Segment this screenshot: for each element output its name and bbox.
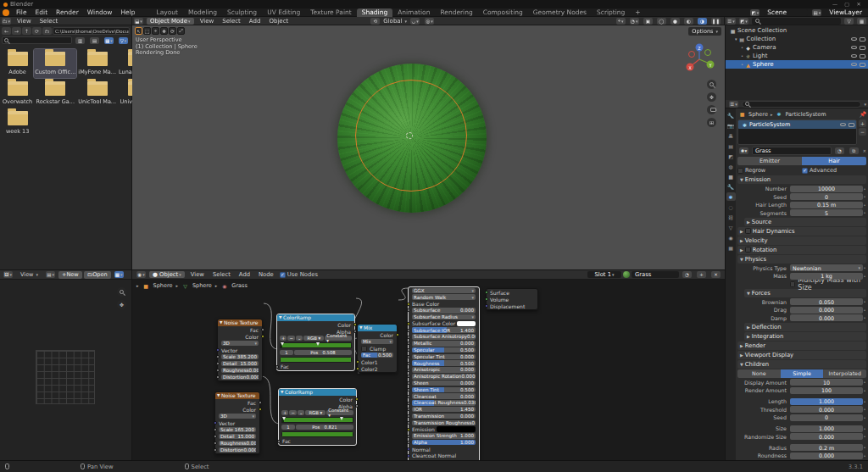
- new-image-button[interactable]: + New: [58, 271, 82, 279]
- menu-help[interactable]: Help: [116, 8, 139, 17]
- forward-button[interactable]: →: [12, 27, 21, 35]
- particle-settings-name-field[interactable]: Grass: [752, 147, 832, 155]
- slider-ior[interactable]: IOR1.450: [412, 407, 476, 413]
- back-button[interactable]: ←: [2, 27, 11, 35]
- stop-position-field[interactable]: Pos 0.821: [296, 425, 353, 430]
- input-socket-volume[interactable]: [485, 297, 488, 301]
- outliner-search[interactable]: [752, 18, 841, 25]
- section-checkbox[interactable]: [745, 228, 751, 234]
- input-socket-sheen-tint[interactable]: [407, 388, 410, 391]
- subsurface-radius-dropdown[interactable]: Subsurface Radius▾: [412, 314, 476, 320]
- blender-menu-icon[interactable]: [3, 9, 9, 16]
- multiply-mass-with-size-checkbox[interactable]: [790, 281, 795, 287]
- animate-dot-icon[interactable]: •: [863, 453, 866, 458]
- properties-tab-0[interactable]: 🔧: [726, 111, 736, 119]
- viewlayer-icon[interactable]: ▤▾: [812, 9, 821, 16]
- ramp-button[interactable]: −: [289, 410, 296, 416]
- properties-tab-2[interactable]: 🖶: [726, 131, 736, 140]
- fb-filter-icon[interactable]: ▽▾: [119, 37, 128, 44]
- expand-icon[interactable]: •: [741, 62, 743, 67]
- breadcrumb-object[interactable]: Sphere: [748, 111, 768, 118]
- input-socket-subsurface-ior[interactable]: [407, 329, 410, 332]
- input-socket-anisotropic[interactable]: [407, 369, 410, 372]
- animate-dot-icon[interactable]: •: [863, 380, 866, 385]
- slider-transmission[interactable]: Transmission0.000: [412, 414, 476, 419]
- node-ramp1[interactable]: ColorRamp▼ColorAlpha+−⌄RGB ▾Constant ▾1P…: [276, 314, 355, 371]
- input-socket-subsurface-color[interactable]: [407, 322, 410, 325]
- particle-system-item[interactable]: ✱ParticleSystem: [738, 120, 856, 129]
- socket[interactable]: [216, 369, 220, 372]
- shading-rendered-icon[interactable]: ◑: [698, 18, 707, 25]
- field-pill-distortion[interactable]: Distortion0.000: [221, 375, 259, 380]
- field-value-brownian[interactable]: 0.050: [790, 298, 863, 305]
- shader-type-dropdown[interactable]: ● Object▾: [149, 271, 185, 278]
- expand-icon[interactable]: •: [741, 45, 743, 50]
- regrow-checkbox[interactable]: [737, 168, 743, 174]
- mode-dropdown[interactable]: Object Mode▾: [147, 18, 194, 25]
- field-value-segments[interactable]: 5: [790, 209, 863, 216]
- particle-settings-icon[interactable]: ✱▾: [739, 147, 748, 154]
- menu-file[interactable]: File: [12, 8, 31, 17]
- shield-icon[interactable]: ◔: [835, 147, 844, 154]
- output-socket-alpha[interactable]: [353, 330, 357, 333]
- output-socket-color[interactable]: [261, 335, 264, 338]
- properties-options-icon[interactable]: ▾: [864, 102, 866, 107]
- menu-render[interactable]: Render: [52, 8, 83, 17]
- color-swatch-emission[interactable]: [437, 426, 476, 432]
- children-tab-simple[interactable]: Simple: [781, 369, 824, 378]
- slider-anisotropic[interactable]: Anisotropic0.000: [412, 367, 476, 373]
- unlink-icon[interactable]: ✕: [863, 148, 866, 153]
- properties-search[interactable]: [742, 101, 861, 108]
- shader-menu-add[interactable]: Add: [235, 270, 254, 279]
- input-socket-base-color[interactable]: [407, 303, 410, 306]
- properties-tab-5[interactable]: ◍: [726, 162, 736, 170]
- field-pill-roughness[interactable]: Roughness0.000: [221, 368, 259, 374]
- field-value-damp[interactable]: 0.000: [790, 314, 863, 321]
- socket[interactable]: [216, 355, 220, 358]
- xray-icon[interactable]: ▣: [643, 18, 653, 25]
- scene-selector[interactable]: Scene: [764, 9, 808, 16]
- input-socket-anisotropic-rotation[interactable]: [407, 375, 410, 378]
- ramp-stop[interactable]: [282, 417, 286, 420]
- hide-viewport-icon[interactable]: [851, 63, 857, 66]
- input-socket-subsurface-anisotropy[interactable]: [407, 336, 410, 339]
- material-preview-icon[interactable]: [623, 271, 630, 278]
- properties-tab-10[interactable]: ⛓: [726, 213, 736, 221]
- section-children[interactable]: ▼Children: [737, 360, 866, 369]
- editor-type-icon[interactable]: ⬓▾: [134, 18, 143, 25]
- move-tool[interactable]: ✥: [160, 27, 168, 35]
- menu-window[interactable]: Window: [83, 8, 117, 17]
- node-mix[interactable]: Mix▼ColorMix▾ ClampFac0.500Color1Color2: [357, 324, 398, 373]
- fake-user-icon[interactable]: ◔: [682, 271, 692, 278]
- interpolation-dropdown[interactable]: Constant ▾: [326, 410, 353, 416]
- section-render[interactable]: ▶Render: [737, 342, 866, 350]
- slider-transmission-roughness[interactable]: Transmission Roughness0.000: [412, 420, 476, 426]
- field-value-number[interactable]: 10000: [790, 186, 863, 192]
- cursor-tool[interactable]: ⌖: [152, 27, 159, 35]
- ramp-button[interactable]: +: [281, 410, 288, 416]
- input-socket-emission-strength[interactable]: [407, 435, 410, 438]
- field-pill-detail[interactable]: Detail15.000: [219, 434, 256, 440]
- image-pin-icon[interactable]: ▦▾: [114, 271, 124, 278]
- input-socket-clearcoat-normal[interactable]: [407, 454, 410, 458]
- workspace-tab-compositing[interactable]: Compositing: [478, 8, 528, 17]
- input-socket-vector[interactable]: [214, 421, 217, 425]
- advanced-checkbox[interactable]: ✓: [802, 168, 808, 174]
- outliner-type-icon[interactable]: ☰▾: [726, 18, 736, 25]
- hide-viewport-icon[interactable]: [851, 46, 857, 49]
- outliner-item-light[interactable]: •☼Light: [726, 52, 868, 60]
- slider-anisotropic-rotation[interactable]: Anisotropic Rotation0.000: [412, 374, 476, 380]
- up-button[interactable]: ↑: [22, 27, 31, 35]
- slider-alpha[interactable]: Alpha1.000: [412, 440, 476, 446]
- input-socket-fac[interactable]: [277, 440, 281, 443]
- folder-tile-overwatch[interactable]: Overwatch: [2, 79, 33, 108]
- input-socket-specular[interactable]: [407, 348, 410, 352]
- output-socket-fac[interactable]: [259, 401, 262, 404]
- material-name-field[interactable]: Grass: [632, 271, 679, 278]
- scene-icon[interactable]: ◩▾: [750, 9, 760, 16]
- shading-material-icon[interactable]: ◐: [684, 18, 693, 25]
- properties-tab-7[interactable]: 🔧: [726, 182, 736, 191]
- input-socket-subsurface[interactable]: [407, 308, 410, 312]
- input-socket-sheen[interactable]: [407, 381, 410, 385]
- field-value-render-amount[interactable]: 100: [790, 387, 863, 394]
